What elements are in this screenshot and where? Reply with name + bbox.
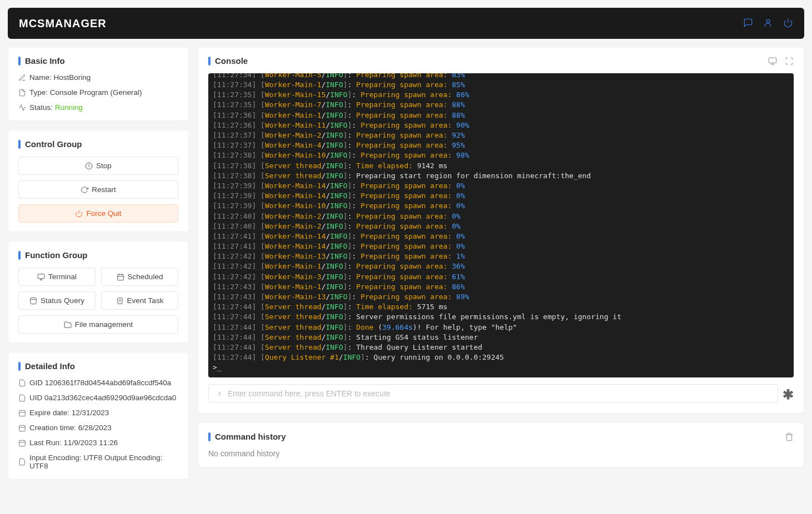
function-group-title: Function Group bbox=[18, 250, 178, 260]
calendar-icon bbox=[18, 424, 26, 432]
user-icon[interactable] bbox=[763, 18, 773, 29]
command-history-title: Command history bbox=[208, 432, 286, 441]
file-management-button[interactable]: File management bbox=[18, 315, 178, 334]
file-icon bbox=[18, 458, 26, 466]
log-line: [11:27:41] [Worker-Main-14/INFO]: Prepar… bbox=[213, 241, 789, 251]
log-line: [11:27:43] [Worker-Main-13/INFO]: Prepar… bbox=[213, 292, 789, 302]
console-output[interactable]: [11:27:30] [Worker-Main-4/INFO]: Prepari… bbox=[208, 73, 794, 377]
reload-icon bbox=[81, 186, 88, 194]
app-logo: MCSMANAGER bbox=[19, 17, 107, 30]
log-line: [11:27:34] [Worker-Main-5/INFO]: Prepari… bbox=[213, 73, 789, 80]
trash-icon[interactable] bbox=[785, 432, 794, 441]
calendar-icon bbox=[117, 273, 124, 281]
edit-icon bbox=[18, 74, 26, 82]
message-icon[interactable] bbox=[743, 18, 753, 29]
log-line: [11:27:35] [Worker-Main-7/INFO]: Prepari… bbox=[213, 100, 789, 110]
terminal-button[interactable]: Terminal bbox=[18, 268, 96, 286]
monitor-icon bbox=[37, 273, 45, 281]
log-line: [11:27:39] [Worker-Main-14/INFO]: Prepar… bbox=[213, 181, 789, 191]
function-group-card: Function Group Terminal Scheduled Status… bbox=[8, 241, 189, 343]
svg-rect-21 bbox=[769, 58, 776, 63]
log-line: [11:27:44] [Server thread/INFO]: Done (3… bbox=[213, 322, 789, 332]
fullscreen-icon[interactable] bbox=[785, 57, 794, 65]
svg-point-0 bbox=[766, 19, 770, 23]
svg-rect-17 bbox=[19, 425, 26, 431]
detail-uid: UID 0a213d362cec4ad69290d9ae96cdcda0 bbox=[18, 394, 178, 402]
detail-gid: GID 1206361f78d04544abd69fa8ccdf540a bbox=[18, 379, 178, 387]
detail-encoding: Input Encoding: UTF8 Output Encoding: UT… bbox=[18, 453, 178, 470]
force-quit-button[interactable]: Force Quit bbox=[18, 204, 178, 223]
log-line: [11:27:34] [Worker-Main-1/INFO]: Prepari… bbox=[213, 80, 789, 90]
control-group-title: Control Group bbox=[18, 139, 178, 149]
log-line: [11:27:37] [Worker-Main-4/INFO]: Prepari… bbox=[213, 140, 789, 150]
file-icon bbox=[18, 89, 26, 97]
log-line: [11:27:38] [Worker-Main-10/INFO]: Prepar… bbox=[213, 150, 789, 160]
log-line: [11:27:39] [Worker-Main-10/INFO]: Prepar… bbox=[213, 201, 789, 211]
log-line: [11:27:38] [Server thread/INFO]: Time el… bbox=[213, 161, 789, 171]
command-input-wrapper bbox=[208, 384, 778, 403]
log-line: [11:27:40] [Worker-Main-2/INFO]: Prepari… bbox=[213, 211, 789, 221]
log-line: [11:27:42] [Worker-Main-3/INFO]: Prepari… bbox=[213, 272, 789, 282]
basic-info-title: Basic Info bbox=[18, 56, 178, 65]
log-line: [11:27:44] [Server thread/INFO]: Time el… bbox=[213, 302, 789, 312]
log-line: [11:27:39] [Worker-Main-14/INFO]: Prepar… bbox=[213, 191, 789, 201]
event-task-button[interactable]: Event Task bbox=[101, 291, 178, 310]
basic-info-card: Basic Info Name: HostBoring Type: Consol… bbox=[8, 47, 189, 121]
log-line: [11:27:44] [Query Listener #1/INFO]: Que… bbox=[213, 352, 789, 362]
detail-last-run: Last Run: 11/9/2023 11:26 bbox=[18, 439, 178, 447]
command-send-icon[interactable]: ✱ bbox=[783, 386, 794, 401]
instance-type: Type: Console Program (General) bbox=[18, 88, 178, 97]
detail-expire: Expire date: 12/31/2023 bbox=[18, 409, 178, 417]
monitor-small-icon[interactable] bbox=[768, 57, 777, 65]
log-line: [11:27:40] [Worker-Main-2/INFO]: Prepari… bbox=[213, 221, 789, 231]
svg-point-11 bbox=[31, 298, 37, 300]
command-input[interactable] bbox=[228, 389, 771, 398]
console-card: Console [11:27:30] [Worker-Main-4/INFO]:… bbox=[198, 47, 804, 414]
log-line: [11:27:42] [Worker-Main-13/INFO]: Prepar… bbox=[213, 251, 789, 261]
power-icon[interactable] bbox=[783, 18, 793, 29]
control-group-card: Control Group Stop Restart Force Quit bbox=[8, 130, 189, 232]
svg-rect-7 bbox=[117, 274, 123, 280]
detail-creation: Creation time: 6/28/2023 bbox=[18, 424, 178, 432]
svg-rect-4 bbox=[38, 274, 44, 278]
file-icon bbox=[18, 379, 26, 387]
chevron-right-icon bbox=[215, 390, 223, 397]
app-header: MCSMANAGER bbox=[8, 8, 804, 39]
detailed-info-card: Detailed Info GID 1206361f78d04544abd69f… bbox=[8, 352, 189, 480]
activity-icon bbox=[18, 104, 26, 112]
command-history-card: Command history No command history bbox=[198, 422, 804, 467]
scheduled-button[interactable]: Scheduled bbox=[101, 268, 178, 286]
database-icon bbox=[29, 297, 37, 305]
no-history-text: No command history bbox=[208, 449, 794, 458]
file-icon bbox=[18, 394, 26, 402]
clipboard-icon bbox=[116, 297, 124, 305]
log-line: [11:27:44] [Server thread/INFO]: Startin… bbox=[213, 332, 789, 342]
instance-status: Status: Running bbox=[18, 103, 178, 112]
folder-icon bbox=[64, 321, 72, 329]
log-line: [11:27:35] [Worker-Main-15/INFO]: Prepar… bbox=[213, 90, 789, 100]
svg-rect-15 bbox=[19, 410, 26, 416]
log-line: [11:27:38] [Server thread/INFO]: Prepari… bbox=[213, 171, 789, 181]
log-line: [11:27:36] [Worker-Main-1/INFO]: Prepari… bbox=[213, 110, 789, 120]
log-line: [11:27:44] [Server thread/INFO]: Server … bbox=[213, 312, 789, 322]
log-line: [11:27:42] [Worker-Main-1/INFO]: Prepari… bbox=[213, 261, 789, 271]
detailed-info-title: Detailed Info bbox=[18, 361, 178, 371]
instance-name: Name: HostBoring bbox=[18, 73, 178, 82]
calendar-icon bbox=[18, 409, 26, 417]
console-prompt: >_ bbox=[213, 362, 789, 372]
calendar-icon bbox=[18, 439, 26, 447]
restart-button[interactable]: Restart bbox=[18, 180, 178, 199]
console-title: Console bbox=[208, 56, 248, 65]
header-icons bbox=[743, 18, 793, 29]
log-line: [11:27:37] [Worker-Main-2/INFO]: Prepari… bbox=[213, 130, 789, 140]
power-small-icon bbox=[75, 210, 83, 218]
log-line: [11:27:41] [Worker-Main-14/INFO]: Prepar… bbox=[213, 231, 789, 241]
svg-rect-19 bbox=[19, 440, 26, 446]
stop-button[interactable]: Stop bbox=[18, 157, 178, 175]
log-line: [11:27:43] [Worker-Main-1/INFO]: Prepari… bbox=[213, 282, 789, 292]
clock-icon bbox=[85, 162, 93, 170]
status-query-button[interactable]: Status Query bbox=[18, 291, 96, 310]
log-line: [11:27:44] [Server thread/INFO]: Thread … bbox=[213, 342, 789, 352]
svg-rect-12 bbox=[118, 298, 122, 304]
log-line: [11:27:36] [Worker-Main-11/INFO]: Prepar… bbox=[213, 120, 789, 130]
